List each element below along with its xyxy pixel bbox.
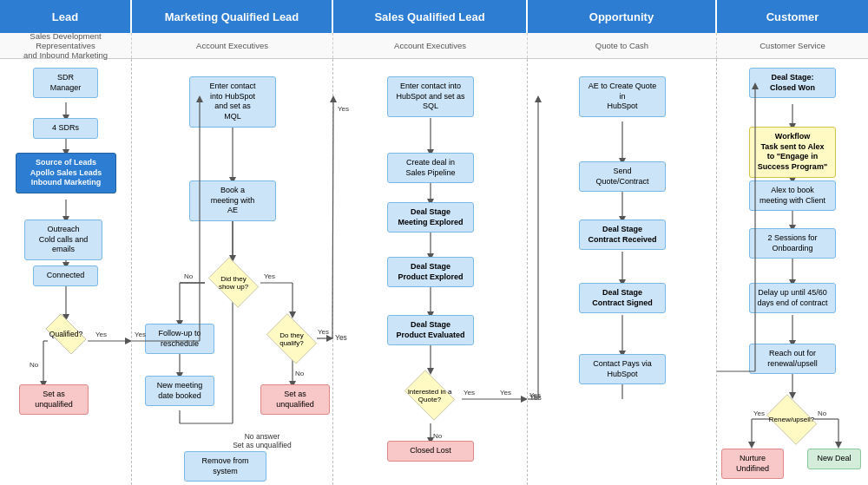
send-quote-box: Send Quote/Contract [579, 161, 666, 192]
set-unqualified-mql-box: Set asunqualified [260, 384, 330, 415]
header-mql: Marketing Qualified Lead [132, 0, 333, 33]
lane-opportunity-arrows: Yes [528, 59, 716, 485]
deal-stage-product-evaluated-box: Deal StageProduct Evaluated [387, 315, 474, 345]
delay-box: Delay up until 45/60 days end of contrac… [749, 283, 836, 313]
new-deal-box: New Deal [807, 449, 861, 469]
svg-text:Yes: Yes [464, 389, 475, 397]
deal-stage-contract-signed-box: Deal StageContract Signed [579, 283, 666, 313]
outreach-box: OutreachCold calls andemails [24, 220, 102, 260]
main-content: No Yes SDRManager 4 SDRs Source of Leads… [0, 59, 868, 485]
deal-stage-meeting-box: Deal StageMeeting Explored [387, 202, 474, 233]
svg-text:No: No [295, 370, 305, 377]
4-sdrs-box: 4 SDRs [33, 118, 98, 139]
subheader-mql: Account Executives [132, 33, 333, 58]
create-deal-box: Create deal inSales Pipeline [387, 153, 474, 183]
nurture-box: NurtureUndifined [721, 449, 784, 479]
book-meeting-box: Book ameeting withAE [189, 180, 276, 221]
header-sql: Sales Qualified Lead [333, 0, 528, 33]
lane-mql: Yes No Yes No [132, 59, 333, 485]
reach-out-renewal-box: Reach out for renewal/upsell [749, 344, 836, 374]
lane-opportunity: Yes Yes AE to Create Quote inHubSpot Sen… [528, 59, 717, 485]
lane-sql: Yes No Yes Yes Enter contact into HubSpo… [333, 59, 528, 485]
deal-stage-contract-received-box: Deal StageContract Received [579, 220, 666, 250]
deal-stage-closed-won-box: Deal Stage:Closed Won [749, 68, 836, 98]
did-they-show-up-diamond: Did theyshow up? [200, 259, 267, 306]
svg-text:No: No [433, 432, 443, 440]
enter-contact-mql-box: Enter contactinto HubSpotand set asMQL [189, 76, 276, 128]
no-answer-label: No answerSet as unqualified [227, 432, 297, 449]
header: Lead Marketing Qualified Lead Sales Qual… [0, 0, 868, 33]
do-they-qualify-diamond: Do theyqualify? [258, 315, 326, 363]
connected-box: Connected [33, 265, 98, 286]
subheader-lead: Sales Development Representativesand Inb… [0, 33, 132, 58]
remove-from-system-box: Remove fromsystem [184, 451, 266, 482]
subheader-opportunity: Quote to Cash [528, 33, 717, 58]
qualified-diamond: Qualified? [38, 318, 94, 351]
ae-create-quote-box: AE to Create Quote inHubSpot [579, 76, 666, 117]
svg-marker-53 [521, 396, 528, 403]
contact-pays-box: Contact Pays via HubSpot [579, 354, 666, 384]
interested-quote-diamond: Interested in aQuote? [396, 371, 464, 419]
new-meeting-date-box: New meetingdate booked [145, 376, 214, 406]
alex-book-meeting-box: Alex to book meeting with Client [749, 180, 836, 211]
enter-contact-sql-box: Enter contact into HubSpot and set as SQ… [387, 76, 474, 117]
lane-lead: No Yes SDRManager 4 SDRs Source of Leads… [0, 59, 132, 485]
2-sessions-box: 2 Sessions for Onboarding [749, 228, 836, 259]
workflow-box: WorkflowTask sent to Alex to "Engage in … [749, 127, 836, 178]
svg-text:No: No [184, 272, 194, 280]
yes-label-opp: Yes [529, 393, 542, 402]
svg-text:Yes: Yes [338, 105, 349, 113]
set-unqualified-box: Set asunqualified [19, 384, 89, 415]
yes-label-sql: Yes [335, 333, 347, 342]
svg-marker-16 [125, 338, 132, 344]
header-lead: Lead [0, 0, 132, 33]
svg-marker-83 [748, 442, 755, 449]
svg-marker-37 [326, 335, 333, 342]
subheader-sql: Account Executives [333, 33, 528, 58]
svg-text:Yes: Yes [95, 331, 107, 338]
sdr-manager-box: SDRManager [33, 68, 98, 98]
deal-stage-product-explored-box: Deal StageProduct Explored [387, 257, 474, 287]
subheader-customer: Customer Service [717, 33, 868, 58]
follow-up-box: Follow-up toreschedule [145, 324, 214, 354]
closed-lost-box: Closed Lost [387, 441, 474, 462]
header-customer: Customer [717, 0, 868, 33]
lane-customer: Yes No Deal Stage:Closed Won WorkflowTas… [717, 59, 868, 485]
subheader: Sales Development Representativesand Inb… [0, 33, 868, 59]
source-of-leads-box: Source of LeadsApollo Sales LeadsInbound… [16, 153, 116, 193]
header-opportunity: Opportunity [528, 0, 717, 33]
svg-marker-87 [835, 442, 842, 449]
renew-upsell-diamond: Renew/upsell? [758, 396, 825, 443]
svg-text:No: No [30, 361, 39, 369]
